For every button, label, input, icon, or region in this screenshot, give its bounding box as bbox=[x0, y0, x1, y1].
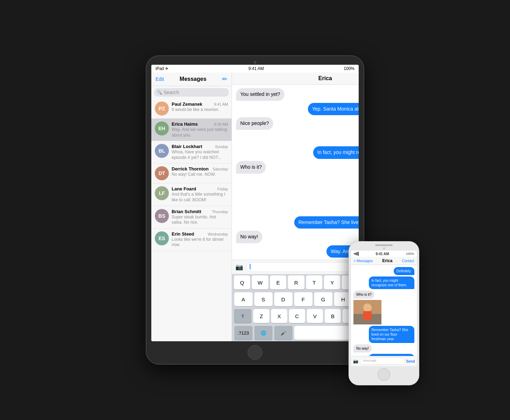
conv-content-erin: Erin SteedWednesdayLooks like we're 8 fo… bbox=[172, 231, 228, 248]
key-x[interactable]: X bbox=[271, 309, 287, 323]
conversation-item-blair[interactable]: BLBlair LockhartSundayWhoa, have you wat… bbox=[151, 141, 232, 163]
message-row-8: No way! bbox=[236, 231, 359, 243]
compose-button[interactable]: ✏ bbox=[222, 75, 227, 83]
ipad-status-time: 9:41 AM bbox=[248, 66, 264, 71]
conv-preview-paul: It would be like a reunion. bbox=[172, 107, 228, 113]
key-e[interactable]: E bbox=[270, 275, 286, 289]
iphone-msg-row-0: Definitely. bbox=[353, 267, 414, 275]
iphone-contact-button[interactable]: Contact bbox=[402, 259, 414, 263]
iphone-screen: 9:41 AM 100% < Messages Erica Contact De… bbox=[351, 251, 417, 366]
key-s[interactable]: S bbox=[254, 292, 273, 306]
iphone-messages: Definitely.In fact, you might recognize … bbox=[351, 265, 417, 356]
conv-time-brian: Thursday bbox=[212, 210, 228, 214]
key-r[interactable]: R bbox=[288, 275, 304, 289]
message-row-7: Remember Tasha? She lived floor freshman… bbox=[236, 216, 359, 229]
iphone-camera bbox=[383, 247, 385, 249]
signal-bar-2 bbox=[355, 253, 356, 255]
key-mic[interactable]: 🎤 bbox=[274, 326, 292, 340]
iphone-bubble-4: Remember Tasha? She lived on our floor f… bbox=[369, 326, 415, 343]
conversation-item-erica[interactable]: EHErica Haims9:39 AMWay. And we were jus… bbox=[151, 119, 232, 141]
key-d[interactable]: D bbox=[274, 292, 292, 306]
camera-button[interactable]: 📷 bbox=[235, 263, 243, 271]
iphone-input-area: 📷 iMessage Send bbox=[351, 356, 417, 366]
messages-title: Messages bbox=[180, 76, 207, 82]
key-q[interactable]: Q bbox=[234, 275, 250, 289]
search-bar[interactable]: 🔍 Search bbox=[154, 88, 229, 97]
conv-preview-erica: Way. And we were just talking about you. bbox=[172, 127, 228, 138]
iphone-signal bbox=[354, 252, 359, 256]
key-t[interactable]: T bbox=[306, 275, 322, 289]
key-g[interactable]: G bbox=[314, 292, 332, 306]
conversation-item-lane[interactable]: LFLane FoardFridayAnd that's a little so… bbox=[151, 183, 232, 206]
ipad-home-button[interactable] bbox=[248, 345, 262, 360]
iphone-bubble-2: Who is it? bbox=[353, 290, 374, 299]
message-row-3: Definitely. bbox=[236, 132, 359, 145]
key-y[interactable]: Y bbox=[324, 275, 340, 289]
iphone-nav-bar: < Messages Erica Contact bbox=[351, 257, 417, 265]
iphone-send-button[interactable]: Send bbox=[406, 359, 415, 363]
key-a[interactable]: A bbox=[234, 292, 253, 306]
message-row-9: Way. And we were just talking you. bbox=[236, 245, 359, 258]
conv-time-erin: Wednesday bbox=[208, 232, 228, 236]
bubble-2: Nice people? bbox=[236, 117, 273, 130]
conv-preview-derrick: No way! Call me. NOW. bbox=[172, 172, 228, 177]
cursor bbox=[250, 264, 250, 270]
conv-content-derrick: Derrick ThorntonSaturdayNo way! Call me.… bbox=[172, 166, 228, 180]
iphone-back-button[interactable]: < Messages bbox=[354, 259, 373, 263]
key-c[interactable]: C bbox=[289, 309, 305, 323]
iphone-image-3 bbox=[353, 300, 381, 324]
key-v[interactable]: V bbox=[307, 309, 323, 323]
key-numbers[interactable]: .?123 bbox=[234, 326, 253, 340]
message-input[interactable] bbox=[246, 262, 359, 272]
ipad-status-right: 100% bbox=[344, 66, 354, 71]
key-z[interactable]: Z bbox=[253, 309, 269, 323]
avatar-erin: ES bbox=[155, 231, 169, 245]
chat-header: Erica Contact bbox=[232, 72, 359, 85]
iphone-bubble-1: In fact, you might recognize one of them… bbox=[369, 276, 415, 289]
chat-messages: You settled in yet?Yep. Santa Monica alr… bbox=[232, 85, 359, 260]
iphone-message-input[interactable]: iMessage bbox=[360, 358, 405, 365]
message-row-0: You settled in yet? bbox=[236, 88, 359, 101]
message-row-5: Who is it? bbox=[236, 161, 359, 174]
conv-time-derrick: Saturday bbox=[213, 167, 228, 171]
key-shift[interactable]: ⇧ bbox=[234, 309, 251, 323]
key-w[interactable]: W bbox=[252, 275, 268, 289]
key-b[interactable]: B bbox=[325, 309, 341, 323]
avatar-lane: LF bbox=[155, 186, 169, 200]
bubble-5: Who is it? bbox=[236, 161, 266, 174]
key-f[interactable]: F bbox=[294, 292, 312, 306]
bubble-4: In fact, you might recognize one of them… bbox=[313, 146, 359, 159]
svg-point-8 bbox=[363, 303, 372, 312]
conv-time-blair: Sunday bbox=[215, 145, 228, 149]
conversation-item-brian[interactable]: BSBrian SchmittThursdaySuper steak burri… bbox=[151, 206, 232, 229]
ipad-camera bbox=[254, 61, 256, 64]
keyboard-row-3: ⇧ Z X C V B N M ! ? bbox=[232, 308, 359, 324]
key-emoji[interactable]: 🌐 bbox=[254, 326, 273, 340]
iphone-home-button[interactable] bbox=[378, 368, 390, 381]
iphone-camera-button[interactable]: 📷 bbox=[353, 359, 358, 364]
bubble-8: No way! bbox=[236, 231, 262, 243]
avatar-derrick: DT bbox=[155, 166, 169, 180]
conversation-item-derrick[interactable]: DTDerrick ThorntonSaturdayNo way! Call m… bbox=[151, 163, 232, 183]
conv-time-lane: Friday bbox=[217, 187, 228, 191]
conv-name-erica: Erica Haims bbox=[172, 121, 198, 127]
conv-preview-erin: Looks like we're 8 for dinner now. bbox=[172, 237, 228, 248]
chat-panel: Erica Contact You settled in yet?Yep. Sa… bbox=[232, 72, 359, 341]
avatar-brian: BS bbox=[155, 209, 169, 223]
message-row-2: Nice people? bbox=[236, 117, 359, 130]
signal-bar-5 bbox=[358, 252, 359, 256]
signal-bar-1 bbox=[354, 253, 354, 254]
search-placeholder: Search bbox=[164, 90, 179, 95]
conversation-item-paul[interactable]: PZPaul Zemanek9:41 AMIt would be like a … bbox=[151, 99, 232, 119]
keyboard-row-4: .?123 🌐 🎤 .?123 bbox=[232, 324, 359, 341]
messages-list-panel: Edit Messages ✏ 🔍 Search PZPaul Zemanek9… bbox=[151, 72, 232, 341]
conv-name-erin: Erin Steed bbox=[172, 231, 194, 237]
conversation-item-erin[interactable]: ESErin SteedWednesdayLooks like we're 8 … bbox=[151, 229, 232, 251]
edit-button[interactable]: Edit bbox=[156, 76, 164, 82]
ipad-screen: iPad ✈ 9:41 AM 100% Edit Messages ✏ 🔍 Se… bbox=[151, 65, 359, 341]
message-row-6 bbox=[236, 176, 359, 214]
bubble-7: Remember Tasha? She lived floor freshman… bbox=[294, 216, 359, 229]
ipad-device: iPad ✈ 9:41 AM 100% Edit Messages ✏ 🔍 Se… bbox=[146, 56, 364, 364]
iphone-nav-title: Erica bbox=[382, 258, 392, 263]
iphone-bubble-5: No way! bbox=[353, 344, 372, 352]
